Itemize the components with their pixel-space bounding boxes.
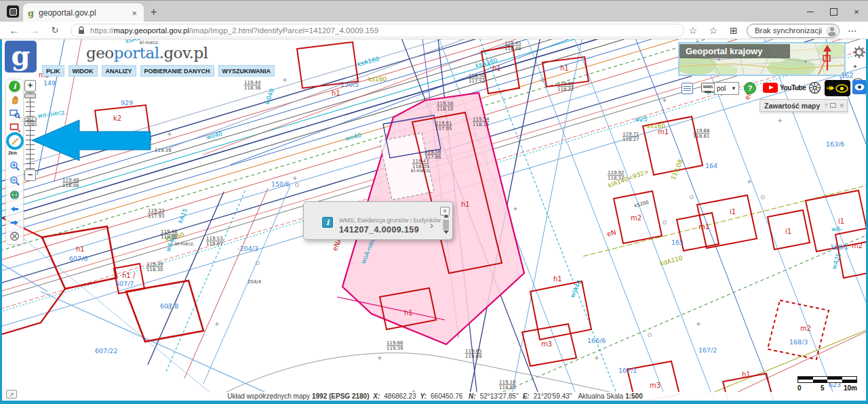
window-maximize-button[interactable] xyxy=(822,1,845,22)
map-label: 168/3 xyxy=(789,338,808,346)
zoom-out-box-tool[interactable] xyxy=(9,121,20,132)
menu-widok[interactable]: WIDOK xyxy=(68,65,98,77)
popup-scrollbar[interactable] xyxy=(441,211,450,237)
back-button[interactable]: ← xyxy=(4,24,24,36)
slider-zoom-in-button[interactable]: + xyxy=(24,80,36,92)
wms-button[interactable]: WMS xyxy=(701,83,715,92)
settings-wheel-icon[interactable] xyxy=(808,81,821,94)
map-label: kl-niecz. xyxy=(175,241,195,247)
menu-pobieranie-danych[interactable]: POBIERANIE DANYCH xyxy=(140,65,214,77)
map-label: 607/8 xyxy=(160,302,178,310)
previous-view-tool[interactable] xyxy=(9,203,20,215)
browser-addressbar: ← → ↻ https://mapy.geoportal.gov.pl/imap… xyxy=(0,22,868,39)
external-window-icon[interactable]: ↗ xyxy=(6,390,17,399)
collections-icon[interactable]: ⊞ xyxy=(724,25,744,36)
menu-plik[interactable]: PLIK xyxy=(42,65,64,77)
zoom-in-tool[interactable] xyxy=(9,160,20,171)
map-label: 204/4 xyxy=(248,279,262,285)
next-view-tool[interactable] xyxy=(9,217,20,228)
geoportal-logo[interactable]: g xyxy=(5,41,37,73)
map-label: 165 xyxy=(671,239,684,246)
map-label: ksA160 xyxy=(357,56,380,68)
popup-expand-icon[interactable]: › xyxy=(430,219,433,230)
scroll-thumb[interactable] xyxy=(443,220,449,230)
scroll-down-icon[interactable] xyxy=(443,230,449,237)
zoom-out-tool[interactable] xyxy=(9,175,20,186)
map-label: 167/1 xyxy=(618,367,637,374)
map-label: m2 xyxy=(631,214,642,222)
map-content-panel-header[interactable]: Zawartość mapy ? ✕ xyxy=(760,99,848,112)
map-label: m3 xyxy=(650,382,660,389)
help-button[interactable]: ? xyxy=(744,82,756,94)
info-tool[interactable]: i xyxy=(9,81,20,92)
map-label: 150/6 xyxy=(271,180,290,188)
browser-tab[interactable]: g geoportal.gov.pl × xyxy=(23,3,144,22)
map-label: -204/3 xyxy=(237,245,258,252)
tab-close-icon[interactable]: × xyxy=(130,8,139,18)
map-label: 119.39118.30 xyxy=(146,262,163,272)
scroll-up-icon[interactable] xyxy=(443,211,449,218)
contrast-toggle[interactable] xyxy=(825,80,850,96)
tool-highlight-ring xyxy=(6,132,24,150)
map-viewport: m3149929k2119.23117.95119.39h1150/5150/6… xyxy=(0,39,868,404)
map-label: h1 xyxy=(560,64,569,72)
map-label: 607/6 xyxy=(69,255,87,262)
map-label: kA15 xyxy=(177,207,189,224)
forward-button[interactable]: → xyxy=(24,24,45,36)
new-tab-button[interactable]: + xyxy=(151,6,157,18)
favorites-list-icon[interactable]: ☆ xyxy=(703,25,724,36)
map-label: m3 xyxy=(541,340,552,348)
map-label: m2 xyxy=(800,325,811,332)
map-label: 119.85119.69 xyxy=(465,348,482,359)
map-label: h1 / xyxy=(122,272,136,279)
panel-window-icon[interactable] xyxy=(830,103,836,108)
language-select[interactable]: pol▼ xyxy=(714,82,739,95)
map-label: m1 xyxy=(698,223,709,230)
panel-title: Zawartość mapy xyxy=(764,102,824,110)
zoom-slider-handle[interactable] xyxy=(24,94,36,98)
minimap-title: Geoportal krajowy xyxy=(679,44,790,58)
map-count-label: 162 xyxy=(841,71,853,79)
page-title: geoportal.gov.pl xyxy=(86,44,208,62)
map-label: i1 xyxy=(730,208,736,216)
gear-icon[interactable] xyxy=(852,45,866,59)
menu-analizy[interactable]: ANALIZY xyxy=(102,65,136,77)
map-label: w25 xyxy=(635,116,648,123)
map-label: 168/1 xyxy=(830,243,848,251)
url-field[interactable]: https://mapy.geoportal.gov.pl/imap/Imgp_… xyxy=(71,24,684,37)
refresh-button[interactable]: ↻ xyxy=(45,25,65,35)
map-label: ks160 xyxy=(647,123,665,129)
zoom-box-tool[interactable] xyxy=(9,107,20,119)
tab-overview-icon[interactable] xyxy=(7,5,19,18)
tab-favicon: g xyxy=(28,8,34,18)
map-label: 119.61117.95 xyxy=(435,121,452,132)
contrast-arrow-icon xyxy=(827,85,835,92)
map-label: eN xyxy=(606,228,617,238)
map-label: 119.62118.22 xyxy=(557,81,574,92)
window-close-button[interactable]: × xyxy=(845,1,868,22)
sync-button[interactable]: Brak synchronizacji xyxy=(747,24,840,38)
legend-button[interactable] xyxy=(682,83,693,94)
map-label: h1 xyxy=(404,309,413,317)
map-label: h1 xyxy=(461,201,470,208)
full-extent-tool[interactable] xyxy=(9,189,20,201)
map-label: h1 xyxy=(76,245,85,253)
panel-close-icon[interactable]: ✕ xyxy=(839,102,844,109)
window-minimize-button[interactable] xyxy=(799,1,822,22)
pan-tool[interactable] xyxy=(9,94,20,106)
popup-layer-title: WMS, Ewidencja gruntów i budynków xyxy=(339,217,441,224)
map-label: kS200 xyxy=(633,200,649,209)
browser-menu-icon[interactable]: ⋯ xyxy=(842,25,863,36)
map-label: 167/2 xyxy=(698,346,717,354)
slider-zoom-out-button[interactable]: − xyxy=(24,169,36,181)
youtube-link[interactable]: YouTube xyxy=(763,83,806,93)
panel-help-icon[interactable]: ? xyxy=(824,102,827,109)
menu-wyszukiwania[interactable]: WYSZUKIWANIA xyxy=(218,65,275,77)
map-label: wlA40 xyxy=(569,279,583,298)
map-label: 119.39 xyxy=(155,148,172,153)
clear-selection-tool[interactable] xyxy=(9,230,20,242)
popup-info-icon: i xyxy=(322,217,333,228)
accessibility-eye-button[interactable] xyxy=(852,80,867,94)
favorite-star-icon[interactable]: ☆ xyxy=(683,25,703,36)
map-label: wo40 xyxy=(205,130,223,141)
